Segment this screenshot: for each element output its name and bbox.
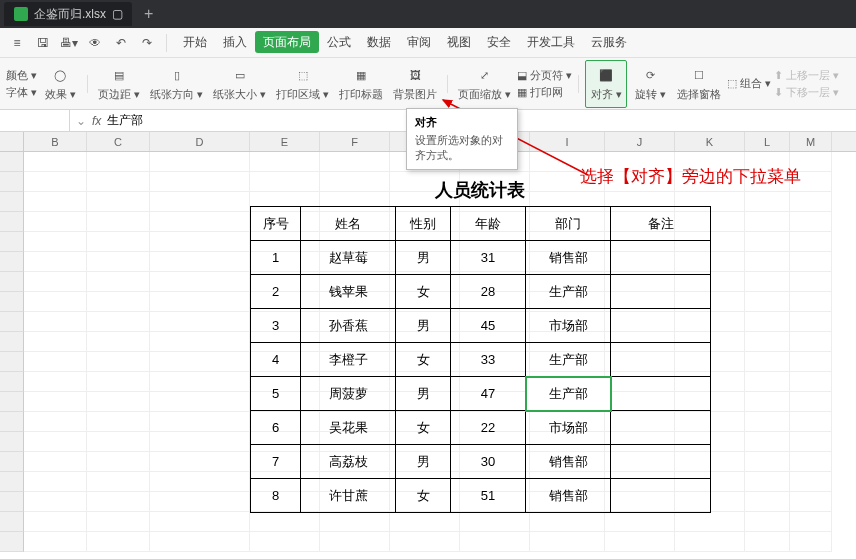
orientation-button[interactable]: ▯ 纸张方向 ▾ [146, 60, 207, 108]
ribbon-tab-9[interactable]: 云服务 [583, 31, 635, 53]
col-header-M[interactable]: M [790, 132, 832, 151]
cell-name[interactable]: 许甘蔗 [301, 479, 396, 513]
file-tab[interactable]: 企鉴而归.xlsx ▢ [4, 2, 132, 26]
cell-name[interactable]: 周菠萝 [301, 377, 396, 411]
table-row[interactable]: 7高荔枝男30销售部 [251, 445, 711, 479]
row-header[interactable] [0, 232, 24, 252]
col-header-C[interactable]: C [87, 132, 150, 151]
print-area-button[interactable]: ⬚ 打印区域 ▾ [272, 60, 333, 108]
cell-name[interactable]: 孙香蕉 [301, 309, 396, 343]
print-grid-button[interactable]: ▦ 打印网 [517, 85, 572, 100]
ribbon-tab-8[interactable]: 开发工具 [519, 31, 583, 53]
table-row[interactable]: 8许甘蔗女51销售部 [251, 479, 711, 513]
table-row[interactable]: 1赵草莓男31销售部 [251, 241, 711, 275]
cell-dept[interactable]: 销售部 [526, 241, 611, 275]
row-header[interactable] [0, 332, 24, 352]
print-title-button[interactable]: ▦ 打印标题 [335, 60, 387, 108]
row-header[interactable] [0, 172, 24, 192]
theme-font[interactable]: 字体 ▾ [6, 85, 37, 100]
row-header[interactable] [0, 212, 24, 232]
cell-note[interactable] [611, 275, 711, 309]
align-button[interactable]: ⬛ 对齐 ▾ [585, 60, 627, 108]
cell-seq[interactable]: 1 [251, 241, 301, 275]
cell-note[interactable] [611, 309, 711, 343]
cell-note[interactable] [611, 411, 711, 445]
cell-seq[interactable]: 6 [251, 411, 301, 445]
selection-pane-button[interactable]: ☐ 选择窗格 [673, 60, 725, 108]
theme-color[interactable]: 颜色 ▾ [6, 68, 37, 83]
cell-sex[interactable]: 男 [396, 377, 451, 411]
cell-name[interactable]: 高荔枝 [301, 445, 396, 479]
table-row[interactable]: 5周菠萝男47生产部 [251, 377, 711, 411]
cell-seq[interactable]: 4 [251, 343, 301, 377]
row-header[interactable] [0, 412, 24, 432]
cell-age[interactable]: 30 [451, 445, 526, 479]
grid-body[interactable]: 人员统计表 序号姓名性别年龄部门备注 1赵草莓男31销售部2钱苹果女28生产部3… [0, 152, 856, 559]
rotate-button[interactable]: ⟳ 旋转 ▾ [629, 60, 671, 108]
row-header[interactable] [0, 472, 24, 492]
table-row[interactable]: 3孙香蕉男45市场部 [251, 309, 711, 343]
ribbon-tab-4[interactable]: 数据 [359, 31, 399, 53]
pagebreak-button[interactable]: ⬓ 分页符 ▾ [517, 68, 572, 83]
ribbon-tab-5[interactable]: 审阅 [399, 31, 439, 53]
formula-input[interactable]: 生产部 [107, 112, 143, 129]
cell-sex[interactable]: 女 [396, 411, 451, 445]
cell-name[interactable]: 吴花果 [301, 411, 396, 445]
row-header[interactable] [0, 292, 24, 312]
save-icon[interactable]: 🖫 [32, 32, 54, 54]
row-header[interactable] [0, 252, 24, 272]
cell-name[interactable]: 赵草莓 [301, 241, 396, 275]
page-scale-button[interactable]: ⤢ 页面缩放 ▾ [454, 60, 515, 108]
cell-note[interactable] [611, 479, 711, 513]
fx-icon[interactable]: fx [92, 114, 101, 128]
row-header[interactable] [0, 392, 24, 412]
col-header-F[interactable]: F [320, 132, 390, 151]
cell-name[interactable]: 李橙子 [301, 343, 396, 377]
cell-sex[interactable]: 女 [396, 479, 451, 513]
undo-icon[interactable]: ↶ [110, 32, 132, 54]
cell-sex[interactable]: 男 [396, 445, 451, 479]
col-header-B[interactable]: B [24, 132, 87, 151]
cell-age[interactable]: 22 [451, 411, 526, 445]
cell-sex[interactable]: 男 [396, 309, 451, 343]
row-header[interactable] [0, 352, 24, 372]
row-header[interactable] [0, 452, 24, 472]
col-header-I[interactable]: I [530, 132, 605, 151]
ribbon-tab-3[interactable]: 公式 [319, 31, 359, 53]
cell-sex[interactable]: 男 [396, 241, 451, 275]
row-header[interactable] [0, 272, 24, 292]
ribbon-tab-2[interactable]: 页面布局 [255, 31, 319, 53]
row-header[interactable] [0, 372, 24, 392]
cell-name[interactable]: 钱苹果 [301, 275, 396, 309]
cell-sex[interactable]: 女 [396, 275, 451, 309]
cell-dept[interactable]: 销售部 [526, 445, 611, 479]
cell-age[interactable]: 33 [451, 343, 526, 377]
cell-dept[interactable]: 生产部 [526, 343, 611, 377]
maximize-icon[interactable]: ▢ [112, 7, 122, 21]
ribbon-tab-0[interactable]: 开始 [175, 31, 215, 53]
cell-age[interactable]: 28 [451, 275, 526, 309]
row-header[interactable] [0, 152, 24, 172]
cell-age[interactable]: 31 [451, 241, 526, 275]
table-row[interactable]: 2钱苹果女28生产部 [251, 275, 711, 309]
select-all-corner[interactable] [0, 132, 24, 151]
margin-button[interactable]: ▤ 页边距 ▾ [94, 60, 144, 108]
cell-dept[interactable]: 市场部 [526, 411, 611, 445]
ribbon-tab-6[interactable]: 视图 [439, 31, 479, 53]
row-header[interactable] [0, 532, 24, 552]
fx-cancel-icon[interactable]: ⌄ [76, 114, 86, 128]
row-header[interactable] [0, 192, 24, 212]
col-header-J[interactable]: J [605, 132, 675, 151]
redo-icon[interactable]: ↷ [136, 32, 158, 54]
cell-age[interactable]: 51 [451, 479, 526, 513]
cell-dept[interactable]: 市场部 [526, 309, 611, 343]
row-header[interactable] [0, 492, 24, 512]
cell-note[interactable] [611, 343, 711, 377]
col-header-L[interactable]: L [745, 132, 790, 151]
col-header-E[interactable]: E [250, 132, 320, 151]
new-tab-button[interactable]: + [134, 5, 163, 23]
cell-note[interactable] [611, 241, 711, 275]
row-header[interactable] [0, 512, 24, 532]
col-header-D[interactable]: D [150, 132, 250, 151]
row-header[interactable] [0, 432, 24, 452]
